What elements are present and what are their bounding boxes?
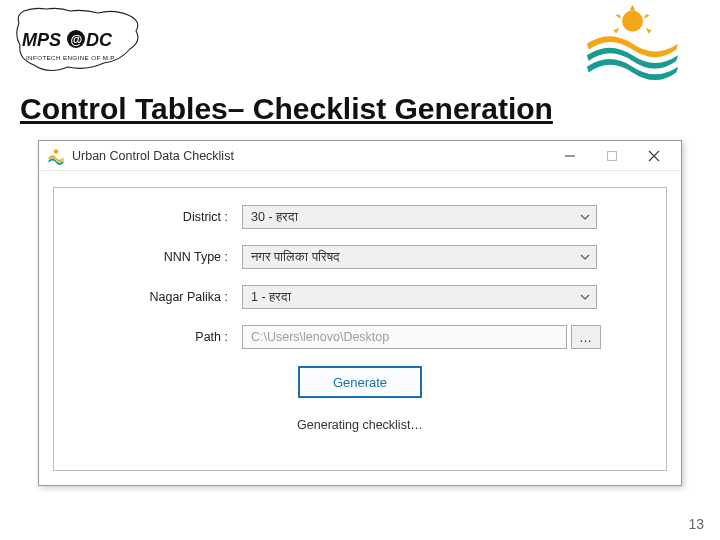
chevron-down-icon <box>580 253 590 261</box>
svg-text:DC: DC <box>86 30 113 50</box>
maximize-button[interactable] <box>591 141 633 171</box>
dialog-window: Urban Control Data Checklist District : … <box>38 140 682 486</box>
path-input[interactable]: C:\Users\lenovo\Desktop <box>242 325 567 349</box>
page-number: 13 <box>688 516 704 532</box>
generate-row: Generate <box>54 366 666 398</box>
svg-text:INFOTECH ENGINE OF M.P.: INFOTECH ENGINE OF M.P. <box>26 54 116 61</box>
row-nnn-type: NNN Type : नगर पालिका परिषद <box>54 242 666 272</box>
label-nnn-type: NNN Type : <box>54 250 242 264</box>
mpsedc-logo: MPS @ DC INFOTECH ENGINE OF M.P. <box>14 5 144 77</box>
combo-nnn-type[interactable]: नगर पालिका परिषद <box>242 245 597 269</box>
window-title: Urban Control Data Checklist <box>72 149 549 163</box>
svg-text:@: @ <box>71 33 83 47</box>
form-panel: District : 30 - हरदा NNN Type : नगर पालि… <box>53 187 667 471</box>
row-path: Path : C:\Users\lenovo\Desktop … <box>54 322 666 352</box>
slide-header: MPS @ DC INFOTECH ENGINE OF M.P. <box>0 0 720 80</box>
browse-button[interactable]: … <box>571 325 601 349</box>
combo-district-value: 30 - हरदा <box>251 210 298 225</box>
slide-title: Control Tables– Checklist Generation <box>20 92 553 126</box>
generate-button[interactable]: Generate <box>298 366 422 398</box>
combo-nnn-type-value: नगर पालिका परिषद <box>251 250 340 265</box>
titlebar: Urban Control Data Checklist <box>39 141 681 171</box>
combo-nagar-palika[interactable]: 1 - हरदा <box>242 285 597 309</box>
path-value: C:\Users\lenovo\Desktop <box>251 330 389 344</box>
row-district: District : 30 - हरदा <box>54 202 666 232</box>
label-nagar-palika: Nagar Palika : <box>54 290 242 304</box>
app-icon <box>47 147 65 165</box>
svg-rect-9 <box>608 151 617 160</box>
svg-point-6 <box>622 11 643 32</box>
svg-point-7 <box>54 149 59 154</box>
status-text: Generating checklist… <box>54 418 666 432</box>
book-sun-logo <box>575 2 690 80</box>
combo-nagar-palika-value: 1 - हरदा <box>251 290 291 305</box>
chevron-down-icon <box>580 293 590 301</box>
label-district: District : <box>54 210 242 224</box>
combo-district[interactable]: 30 - हरदा <box>242 205 597 229</box>
label-path: Path : <box>54 330 242 344</box>
chevron-down-icon <box>580 213 590 221</box>
close-button[interactable] <box>633 141 675 171</box>
minimize-button[interactable] <box>549 141 591 171</box>
row-nagar-palika: Nagar Palika : 1 - हरदा <box>54 282 666 312</box>
svg-text:MPS: MPS <box>22 30 61 50</box>
